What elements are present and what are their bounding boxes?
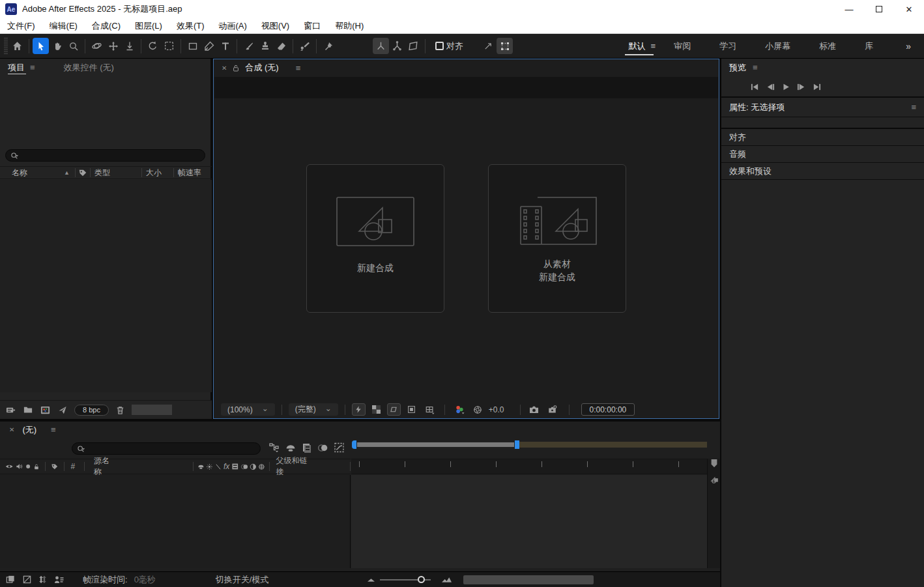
hand-tool-icon[interactable] (49, 38, 65, 54)
column-divider[interactable] (269, 462, 270, 471)
menu-animation[interactable]: 动画(A) (212, 18, 254, 33)
show-snapshot-icon[interactable] (545, 403, 560, 416)
snap-diagonal-icon[interactable] (480, 38, 497, 54)
zoom-in-mountain-icon[interactable] (442, 577, 452, 583)
motion-blur-column-icon[interactable] (240, 463, 248, 471)
comp-panel-menu-icon[interactable]: ≡ (296, 63, 301, 73)
graph-editor-icon[interactable] (334, 442, 345, 453)
new-composition-card[interactable]: 新建合成 (306, 164, 444, 313)
minimize-button[interactable]: — (834, 0, 864, 18)
marker-bin-icon[interactable] (710, 459, 719, 468)
toggle-switches-pane-icon[interactable] (5, 575, 16, 584)
maximize-button[interactable] (864, 0, 894, 18)
view-axis-mode-icon[interactable] (405, 38, 422, 54)
type-tool-icon[interactable] (217, 38, 233, 54)
new-folder-icon[interactable] (23, 405, 33, 414)
workspace-tab-small-screen[interactable]: 小屏幕 (751, 34, 805, 58)
frame-blending-icon[interactable] (302, 442, 312, 453)
layer-list-area[interactable] (0, 475, 351, 568)
project-item-list[interactable] (0, 180, 212, 392)
menu-effect[interactable]: 效果(T) (169, 18, 212, 33)
column-divider[interactable] (75, 168, 76, 177)
snap-checkbox[interactable] (435, 42, 444, 50)
home-icon[interactable] (9, 38, 25, 54)
orbit-camera-tool-icon[interactable] (89, 38, 105, 54)
snapshot-icon[interactable] (527, 403, 541, 416)
timeline-tab-label[interactable]: (无) (22, 424, 36, 436)
solo-icon[interactable] (25, 463, 31, 470)
interpret-footage-icon[interactable] (5, 405, 16, 415)
column-divider[interactable] (45, 462, 46, 471)
col-framerate[interactable]: 帧速率 (178, 167, 201, 179)
eraser-tool-icon[interactable] (273, 38, 289, 54)
properties-panel-title[interactable]: 属性: 无选择项 (729, 102, 785, 113)
collapse-transform-icon[interactable] (206, 463, 213, 471)
selection-tool-icon[interactable] (33, 38, 49, 54)
motion-blur-icon[interactable] (317, 443, 328, 453)
workarea-start-handle[interactable] (352, 440, 356, 449)
pan-camera-tool-icon[interactable] (105, 38, 121, 54)
new-composition-icon[interactable] (40, 405, 51, 415)
menu-help[interactable]: 帮助(H) (328, 18, 371, 33)
exposure-value[interactable]: +0.0 (489, 405, 504, 414)
shy-column-icon[interactable] (197, 463, 205, 471)
menu-edit[interactable]: 编辑(E) (42, 18, 85, 33)
source-name-column-label[interactable]: 源名称 (94, 455, 113, 478)
timeline-tab-close-icon[interactable]: ✕ (9, 426, 14, 433)
adjustment-layer-icon[interactable] (250, 463, 257, 471)
workspace-tab-libraries[interactable]: 库 (850, 34, 888, 58)
col-size[interactable]: 大小 (146, 167, 162, 179)
comp-button-icon[interactable] (710, 476, 719, 484)
exposure-reset-icon[interactable] (471, 403, 485, 416)
sort-asc-icon[interactable]: ▲ (64, 169, 70, 176)
tab-project[interactable]: 项目 ≡ (0, 59, 43, 76)
pen-tool-icon[interactable] (201, 38, 217, 54)
fast-preview-icon[interactable] (352, 403, 366, 416)
workspace-overflow-icon[interactable]: » (888, 41, 924, 51)
magnification-dropdown[interactable]: (100%) ⌄ (221, 403, 275, 416)
track-area[interactable] (351, 475, 707, 568)
previous-frame-icon[interactable] (766, 83, 775, 91)
mask-visibility-icon[interactable] (387, 403, 401, 416)
play-icon[interactable] (781, 83, 790, 91)
mini-flowchart-icon[interactable] (268, 442, 280, 453)
timecode-display[interactable]: 0:00:00:00 (581, 403, 635, 416)
col-type[interactable]: 类型 (94, 167, 110, 179)
workspace-tab-default[interactable]: 默认 (614, 34, 660, 58)
project-search-input[interactable] (5, 149, 205, 162)
comp-tab-close-icon[interactable]: ✕ (222, 64, 227, 72)
zoom-tool-icon[interactable] (65, 38, 81, 54)
properties-panel-menu-icon[interactable]: ≡ (911, 102, 916, 112)
brush-tool-icon[interactable] (240, 38, 257, 54)
last-frame-icon[interactable] (812, 83, 822, 91)
timeline-panel-menu-icon[interactable]: ≡ (51, 425, 56, 435)
column-divider[interactable] (64, 462, 65, 471)
column-divider[interactable] (350, 462, 351, 471)
workarea-end-handle[interactable] (515, 440, 519, 449)
zoom-out-mountain-icon[interactable] (368, 577, 375, 582)
clone-stamp-tool-icon[interactable] (257, 38, 273, 54)
workspace-tab-review[interactable]: 审阅 (659, 34, 705, 58)
zoom-slider-knob[interactable] (418, 576, 425, 583)
3d-layer-icon[interactable] (258, 463, 265, 471)
new-comp-from-footage-card[interactable]: 从素材 新建合成 (488, 164, 626, 313)
transparency-grid-icon[interactable] (369, 403, 383, 416)
workspace-tab-learn[interactable]: 学习 (705, 34, 751, 58)
close-button[interactable]: ✕ (894, 0, 924, 18)
channel-settings-icon[interactable] (452, 403, 467, 416)
region-of-interest-icon[interactable] (405, 403, 418, 416)
timeline-offline-bar[interactable] (519, 442, 707, 448)
world-axis-mode-icon[interactable] (389, 38, 405, 54)
lock-column-icon[interactable] (33, 463, 40, 471)
index-column-label[interactable]: # (71, 462, 76, 471)
label-color-icon[interactable] (78, 168, 87, 177)
shy-icon[interactable] (285, 443, 296, 453)
label-column-icon[interactable] (51, 462, 59, 471)
menu-view[interactable]: 视图(V) (254, 18, 296, 33)
fx-column-icon[interactable]: fx (224, 462, 229, 471)
frame-blend-column-icon[interactable] (231, 462, 239, 471)
parent-link-column-label[interactable]: 父级和链接 (276, 455, 309, 478)
camera-tool-icon[interactable] (161, 38, 177, 54)
toggle-switches-modes-label[interactable]: 切换开关/模式 (216, 574, 269, 586)
roto-brush-tool-icon[interactable] (296, 38, 313, 54)
